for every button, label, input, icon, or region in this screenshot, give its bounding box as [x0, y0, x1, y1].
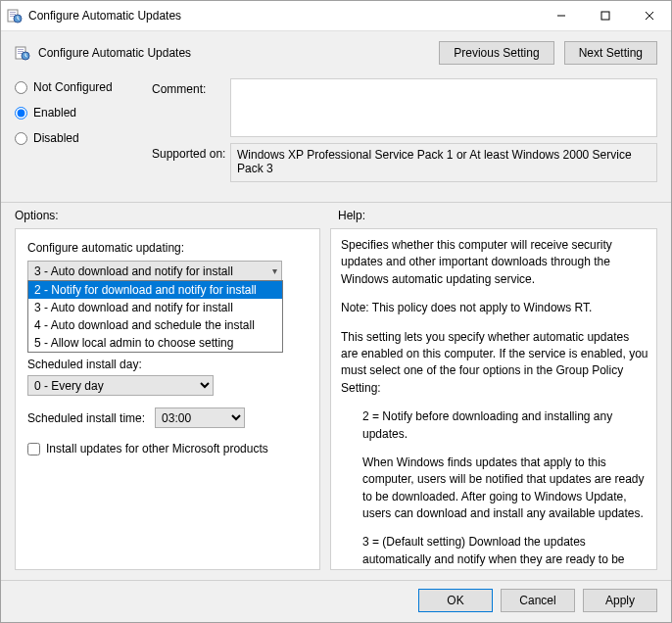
help-text: Specifies whether this computer will rec…: [341, 237, 648, 288]
svg-rect-10: [18, 49, 24, 50]
configure-updating-combo[interactable]: 3 - Auto download and notify for install…: [27, 261, 282, 281]
policy-icon: [15, 45, 30, 61]
svg-rect-1: [10, 12, 16, 13]
configure-updating-option[interactable]: 4 - Auto download and schedule the insta…: [28, 316, 282, 334]
configure-updating-option[interactable]: 5 - Allow local admin to choose setting: [28, 334, 282, 352]
scheduled-day-combo[interactable]: 0 - Every day: [27, 375, 214, 396]
svg-rect-2: [10, 14, 16, 15]
state-radios: Not Configured Enabled Disabled: [15, 80, 152, 145]
titlebar: Configure Automatic Updates: [1, 1, 671, 31]
minimize-icon[interactable]: [539, 1, 583, 30]
ok-button[interactable]: OK: [418, 589, 493, 612]
scheduled-day-label: Scheduled install day:: [27, 358, 308, 371]
radio-enabled-input[interactable]: [15, 107, 27, 120]
policy-name: Configure Automatic Updates: [38, 46, 191, 60]
svg-rect-11: [18, 51, 24, 52]
chevron-down-icon: ▾: [272, 265, 277, 276]
previous-setting-button[interactable]: Previous Setting: [439, 41, 553, 65]
help-pane[interactable]: Specifies whether this computer will rec…: [330, 228, 657, 570]
pane-labels: Options: Help:: [1, 203, 671, 226]
configure-updating-option[interactable]: 2 - Notify for download and notify for i…: [28, 281, 282, 299]
comment-label: Comment:: [152, 78, 230, 96]
maximize-icon[interactable]: [583, 1, 627, 30]
scheduled-time-combo[interactable]: 03:00: [155, 407, 245, 428]
radio-not-configured-input[interactable]: [15, 81, 27, 94]
options-label: Options:: [15, 209, 338, 222]
footer: OK Cancel Apply: [1, 580, 671, 622]
supported-on-value: Windows XP Professional Service Pack 1 o…: [230, 143, 657, 182]
radio-disabled[interactable]: Disabled: [15, 131, 152, 145]
app-icon: [7, 8, 23, 24]
cancel-button[interactable]: Cancel: [501, 589, 575, 612]
radio-enabled-label: Enabled: [33, 106, 76, 120]
supported-on-label: Supported on:: [152, 143, 230, 161]
help-label: Help:: [338, 209, 657, 222]
help-text: 2 = Notify before downloading and instal…: [341, 408, 648, 443]
next-setting-button[interactable]: Next Setting: [564, 41, 657, 65]
configure-updating-dropdown[interactable]: 2 - Notify for download and notify for i…: [27, 280, 283, 353]
radio-disabled-label: Disabled: [33, 131, 79, 145]
scheduled-time-label: Scheduled install time:: [27, 411, 145, 425]
radio-enabled[interactable]: Enabled: [15, 106, 152, 120]
help-text: 3 = (Default setting) Download the updat…: [341, 534, 648, 570]
configure-updating-selected: 3 - Auto download and notify for install: [34, 264, 233, 278]
help-text: When Windows finds updates that apply to…: [341, 455, 648, 523]
help-text: Note: This policy does not apply to Wind…: [341, 300, 648, 316]
install-other-label: Install updates for other Microsoft prod…: [46, 442, 268, 455]
window: Configure Automatic Updates: [0, 0, 672, 623]
body: Configure automatic updating: 3 - Auto d…: [1, 226, 671, 580]
close-icon[interactable]: [627, 1, 671, 30]
svg-rect-6: [601, 12, 609, 20]
help-text: This setting lets you specify whether au…: [341, 329, 648, 398]
header: Configure Automatic Updates Previous Set…: [1, 31, 671, 203]
radio-disabled-input[interactable]: [15, 132, 27, 145]
radio-not-configured-label: Not Configured: [33, 80, 113, 94]
apply-button[interactable]: Apply: [583, 589, 657, 612]
install-other-checkbox[interactable]: [27, 443, 40, 455]
options-pane: Configure automatic updating: 3 - Auto d…: [15, 228, 320, 570]
install-other-checkbox-row[interactable]: Install updates for other Microsoft prod…: [27, 442, 308, 455]
radio-not-configured[interactable]: Not Configured: [15, 80, 152, 94]
comment-input[interactable]: [230, 78, 657, 137]
configure-updating-option[interactable]: 3 - Auto download and notify for install: [28, 299, 282, 316]
window-title: Configure Automatic Updates: [28, 9, 181, 23]
configure-updating-label: Configure automatic updating:: [27, 241, 308, 255]
